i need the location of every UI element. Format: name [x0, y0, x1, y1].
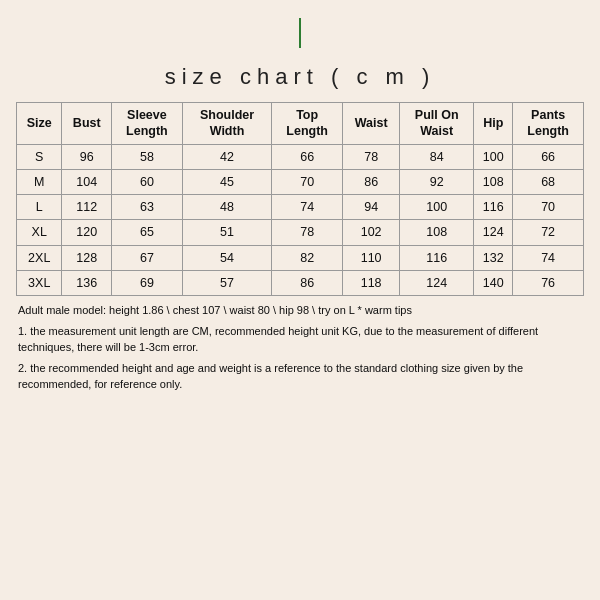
col-bust: Bust	[62, 103, 112, 145]
table-row: M104604570869210868	[17, 169, 584, 194]
table-cell: 120	[62, 220, 112, 245]
table-cell: 72	[513, 220, 584, 245]
table-cell: 140	[474, 270, 513, 295]
table-cell: 108	[474, 169, 513, 194]
table-cell: 2XL	[17, 245, 62, 270]
col-shoulder: ShoulderWidth	[182, 103, 272, 145]
table-cell: 116	[400, 245, 474, 270]
col-waist: Waist	[342, 103, 399, 145]
table-cell: 124	[400, 270, 474, 295]
table-cell: XL	[17, 220, 62, 245]
note-1: 1. the measurement unit length are CM, r…	[18, 323, 594, 356]
table-cell: 108	[400, 220, 474, 245]
table-cell: 60	[112, 169, 183, 194]
top-line	[299, 18, 301, 48]
table-cell: 86	[342, 169, 399, 194]
table-cell: 128	[62, 245, 112, 270]
table-cell: 51	[182, 220, 272, 245]
col-pants: PantsLength	[513, 103, 584, 145]
size-chart-container: size chart ( c m ) Size Bust SleeveLengt…	[10, 54, 590, 397]
table-cell: 45	[182, 169, 272, 194]
table-cell: 104	[62, 169, 112, 194]
table-cell: L	[17, 195, 62, 220]
table-row: 3XL13669578611812414076	[17, 270, 584, 295]
col-hip: Hip	[474, 103, 513, 145]
table-header-row: Size Bust SleeveLength ShoulderWidth Top…	[17, 103, 584, 145]
chart-title: size chart ( c m )	[16, 54, 584, 102]
table-cell: 132	[474, 245, 513, 270]
top-decoration	[0, 0, 600, 54]
table-cell: 58	[112, 144, 183, 169]
col-size: Size	[17, 103, 62, 145]
table-row: 2XL12867548211011613274	[17, 245, 584, 270]
table-cell: S	[17, 144, 62, 169]
table-cell: 84	[400, 144, 474, 169]
note-2: 2. the recommended height and age and we…	[18, 360, 594, 393]
size-table: Size Bust SleeveLength ShoulderWidth Top…	[16, 102, 584, 296]
table-cell: 78	[272, 220, 343, 245]
table-cell: 76	[513, 270, 584, 295]
table-cell: 67	[112, 245, 183, 270]
table-cell: 66	[513, 144, 584, 169]
table-cell: 42	[182, 144, 272, 169]
table-cell: 66	[272, 144, 343, 169]
table-cell: 94	[342, 195, 399, 220]
col-top: TopLength	[272, 103, 343, 145]
table-cell: 70	[513, 195, 584, 220]
table-cell: 65	[112, 220, 183, 245]
table-cell: 82	[272, 245, 343, 270]
table-cell: 92	[400, 169, 474, 194]
table-cell: 78	[342, 144, 399, 169]
table-row: XL12065517810210812472	[17, 220, 584, 245]
table-cell: 70	[272, 169, 343, 194]
table-cell: 63	[112, 195, 183, 220]
table-row: L1126348749410011670	[17, 195, 584, 220]
table-cell: 110	[342, 245, 399, 270]
table-cell: 54	[182, 245, 272, 270]
table-cell: 74	[513, 245, 584, 270]
notes-section: Adult male model: height 1.86 \ chest 10…	[16, 302, 596, 393]
table-cell: 48	[182, 195, 272, 220]
table-cell: 118	[342, 270, 399, 295]
col-sleeve: SleeveLength	[112, 103, 183, 145]
table-cell: 96	[62, 144, 112, 169]
table-cell: 3XL	[17, 270, 62, 295]
table-cell: M	[17, 169, 62, 194]
table-cell: 68	[513, 169, 584, 194]
table-cell: 57	[182, 270, 272, 295]
table-cell: 74	[272, 195, 343, 220]
note-model: Adult male model: height 1.86 \ chest 10…	[18, 302, 594, 319]
table-cell: 102	[342, 220, 399, 245]
table-cell: 112	[62, 195, 112, 220]
table-cell: 124	[474, 220, 513, 245]
table-cell: 100	[474, 144, 513, 169]
table-cell: 69	[112, 270, 183, 295]
table-cell: 116	[474, 195, 513, 220]
table-row: S96584266788410066	[17, 144, 584, 169]
table-cell: 136	[62, 270, 112, 295]
table-cell: 86	[272, 270, 343, 295]
table-cell: 100	[400, 195, 474, 220]
col-pullon: Pull OnWaist	[400, 103, 474, 145]
